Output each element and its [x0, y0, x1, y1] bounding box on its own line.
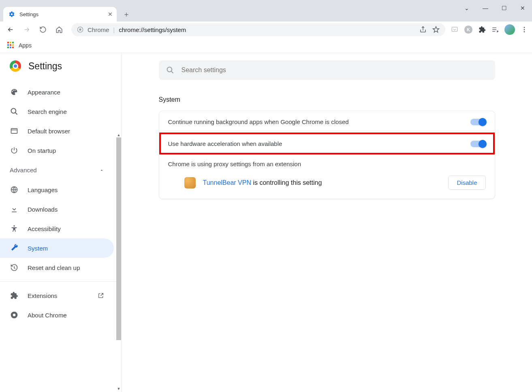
scrollbar-thumb[interactable] — [116, 137, 121, 340]
site-info-icon[interactable] — [77, 26, 83, 33]
sidebar-item-system[interactable]: System — [0, 238, 114, 258]
window-maximize-button[interactable]: ☐ — [495, 0, 513, 16]
sidebar-item-default-browser[interactable]: Default browser — [0, 121, 114, 141]
browser-tab-active[interactable]: Settings ✕ — [3, 7, 117, 21]
bookmark-star-icon[interactable] — [432, 26, 440, 33]
svg-rect-2 — [452, 27, 457, 32]
share-icon[interactable] — [419, 26, 427, 33]
pocket-icon[interactable] — [451, 26, 458, 33]
globe-icon — [10, 185, 19, 194]
chevron-up-icon — [99, 168, 104, 173]
chrome-menu-button[interactable] — [521, 26, 528, 33]
sidebar-item-downloads[interactable]: Downloads — [0, 199, 114, 219]
sidebar-item-about[interactable]: About Chrome — [0, 305, 114, 325]
sidebar-item-label: Accessibility — [28, 225, 61, 232]
back-button[interactable] — [4, 23, 17, 36]
proxy-extension-text: TunnelBear VPN is controlling this setti… — [203, 179, 322, 186]
omnibox-prefix: Chrome — [88, 26, 109, 33]
advanced-label: Advanced — [10, 167, 37, 174]
sidebar-item-label: Reset and clean up — [28, 264, 80, 271]
window-minimize-button[interactable]: — — [476, 0, 495, 16]
address-bar[interactable]: Chrome | chrome://settings/system — [71, 23, 445, 36]
sidebar-section-advanced[interactable]: Advanced — [0, 160, 114, 180]
new-tab-button[interactable]: ＋ — [121, 9, 132, 20]
profile-avatar[interactable] — [504, 24, 515, 35]
chrome-logo-icon — [10, 60, 21, 72]
settings-search-input[interactable] — [182, 66, 488, 74]
external-link-icon — [98, 292, 104, 299]
window-close-button[interactable]: ✕ — [513, 0, 532, 16]
section-heading: System — [159, 96, 495, 103]
search-icon — [166, 66, 174, 74]
browser-toolbar: Chrome | chrome://settings/system K — [0, 21, 532, 38]
svg-point-14 — [167, 67, 172, 72]
home-button[interactable] — [53, 23, 66, 36]
sidebar-item-label: Languages — [28, 186, 58, 193]
sidebar-item-label: Extensions — [28, 292, 57, 299]
row-background-apps: Continue running background apps when Go… — [159, 111, 495, 133]
sidebar-divider — [0, 281, 121, 282]
restore-icon — [10, 263, 19, 272]
settings-search-box[interactable] — [159, 60, 495, 80]
row-proxy-settings: Chrome is using proxy settings from an e… — [159, 154, 495, 199]
apps-grid-icon[interactable] — [7, 42, 15, 49]
sidebar-item-label: Default browser — [28, 128, 70, 135]
puzzle-icon — [10, 291, 19, 300]
settings-gear-icon — [7, 10, 16, 19]
palette-icon — [10, 88, 19, 96]
window-controls: ⌄ — ☐ ✕ — [457, 0, 532, 16]
sidebar-item-label: System — [28, 245, 48, 252]
scrollbar-up-arrow[interactable]: ▲ — [116, 133, 121, 137]
tab-title: Settings — [19, 11, 38, 17]
sidebar-item-label: Downloads — [28, 206, 58, 213]
download-icon — [10, 205, 19, 214]
extension-tail: is controlling this setting — [251, 179, 322, 186]
sidebar-item-label: On startup — [28, 147, 56, 154]
sidebar-item-on-startup[interactable]: On startup — [0, 141, 114, 160]
browser-window-icon — [10, 126, 19, 135]
sidebar-item-accessibility[interactable]: Accessibility — [0, 219, 114, 238]
sidebar-item-label: About Chrome — [28, 312, 67, 319]
chrome-icon — [10, 311, 19, 319]
sidebar-item-search-engine[interactable]: Search engine — [0, 102, 114, 121]
row-label: Continue running background apps when Go… — [168, 118, 349, 125]
sidebar-item-languages[interactable]: Languages — [0, 180, 114, 199]
svg-text:K: K — [467, 27, 470, 32]
svg-point-13 — [13, 314, 16, 317]
svg-point-11 — [13, 225, 15, 227]
toggle-background-apps[interactable] — [470, 119, 486, 125]
sidebar-item-appearance[interactable]: Appearance — [0, 82, 114, 102]
row-hardware-acceleration: Use hardware acceleration when available — [159, 133, 495, 154]
omnibox-url: chrome://settings/system — [119, 26, 186, 33]
svg-point-7 — [524, 31, 525, 32]
sidebar-item-reset[interactable]: Reset and clean up — [0, 258, 114, 277]
svg-point-6 — [524, 29, 525, 30]
sidebar-header: Settings — [0, 53, 121, 82]
media-control-icon[interactable] — [491, 26, 499, 33]
browser-tab-strip: Settings ✕ ＋ ⌄ — ☐ ✕ — [0, 0, 532, 21]
tab-close-icon[interactable]: ✕ — [108, 11, 113, 17]
toggle-hardware-acceleration[interactable] — [470, 141, 486, 147]
settings-sidebar: Settings Appearance Search engine Defaul… — [0, 53, 122, 392]
bookmarks-apps-label[interactable]: Apps — [19, 42, 32, 49]
sidebar-item-extensions[interactable]: Extensions — [0, 286, 114, 305]
disable-button[interactable]: Disable — [448, 176, 485, 190]
proxy-heading: Chrome is using proxy settings from an e… — [168, 161, 486, 167]
forward-button[interactable] — [20, 23, 33, 36]
extension-link[interactable]: TunnelBear VPN — [203, 179, 251, 186]
svg-point-8 — [11, 109, 16, 114]
window-dropdown-icon[interactable]: ⌄ — [457, 0, 476, 16]
extensions-puzzle-icon[interactable] — [479, 26, 486, 33]
search-icon — [10, 107, 19, 116]
extension-k-icon[interactable]: K — [464, 25, 473, 34]
tunnelbear-icon — [184, 177, 196, 189]
bookmarks-bar: Apps — [0, 38, 532, 53]
row-label: Use hardware acceleration when available — [168, 140, 282, 147]
scrollbar-down-arrow[interactable]: ▼ — [116, 386, 121, 391]
svg-rect-9 — [11, 129, 17, 133]
page-title: Settings — [28, 61, 62, 72]
wrench-icon — [10, 244, 19, 253]
reload-button[interactable] — [36, 23, 49, 36]
accessibility-icon — [10, 224, 19, 233]
sidebar-item-label: Search engine — [28, 108, 67, 115]
